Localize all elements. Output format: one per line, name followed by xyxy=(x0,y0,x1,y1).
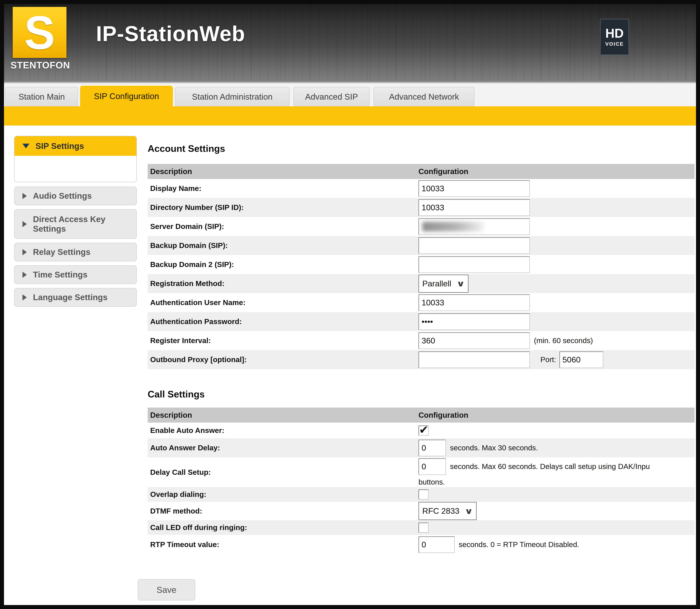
account-settings-title: Account Settings xyxy=(147,143,225,154)
sidebar-item-label: Direct Access Key Settings xyxy=(33,214,129,234)
table-row: Authentication User Name: xyxy=(147,293,695,312)
browser-page: S STENTOFON IP-StationWeb HD VOICE Stati… xyxy=(4,4,696,605)
tab-station-administration[interactable]: Station Administration xyxy=(175,87,290,106)
port-label: Port: xyxy=(540,355,556,364)
sidebar-item-label: Relay Settings xyxy=(33,247,129,257)
field-note: seconds. Max 30 seconds. xyxy=(450,443,538,452)
sidebar-item-label: Audio Settings xyxy=(33,191,129,201)
table-row: RTP Timeout value: seconds. 0 = RTP Time… xyxy=(147,535,695,554)
table-header-row: Description Configuration xyxy=(147,407,695,423)
backup-domain-input[interactable] xyxy=(419,237,530,254)
field-label: Call LED off during ringing: xyxy=(147,523,419,532)
table-row: Outbound Proxy [optional]: Port: xyxy=(147,350,695,369)
overlap-dialing-checkbox[interactable] xyxy=(419,489,428,500)
field-label: Authentication Password: xyxy=(147,317,419,326)
table-row: Auto Answer Delay: seconds. Max 30 secon… xyxy=(147,438,695,457)
select-value: Parallell xyxy=(422,279,451,289)
tab-label: Station Administration xyxy=(192,92,273,102)
accent-bar xyxy=(4,106,696,125)
save-button-label: Save xyxy=(157,585,176,595)
tab-label: Advanced Network xyxy=(389,92,459,102)
delay-call-setup-input[interactable] xyxy=(419,458,446,475)
triangle-right-icon xyxy=(22,272,27,278)
registration-method-select[interactable]: Parallell ∨ xyxy=(419,275,469,293)
triangle-right-icon xyxy=(22,193,27,199)
field-label: DTMF method: xyxy=(147,507,419,515)
page-title: IP-StationWeb xyxy=(96,21,245,46)
sidebar-item-time-settings[interactable]: Time Settings xyxy=(14,265,137,284)
field-label: Auto Answer Delay: xyxy=(147,443,419,452)
select-value: RFC 2833 xyxy=(422,506,459,516)
sidebar-item-label: Time Settings xyxy=(33,270,129,279)
auth-user-name-input[interactable] xyxy=(419,294,530,311)
triangle-right-icon xyxy=(22,221,27,227)
save-button[interactable]: Save xyxy=(138,579,195,601)
column-header-configuration: Configuration xyxy=(419,167,695,176)
enable-auto-answer-checkbox[interactable] xyxy=(419,425,428,436)
server-domain-input[interactable] xyxy=(419,218,530,235)
field-note-line2: buttons. xyxy=(419,478,445,486)
field-note: seconds. Max 60 seconds. Delays call set… xyxy=(450,462,650,471)
tab-sip-configuration[interactable]: SIP Configuration xyxy=(80,86,173,106)
table-row: Register Interval: (min. 60 seconds) xyxy=(147,331,695,350)
table-row: Authentication Password: xyxy=(147,312,695,331)
column-header-description: Description xyxy=(147,167,419,176)
logo-letter: S xyxy=(24,9,55,56)
field-label: Register Interval: xyxy=(147,336,419,345)
table-row: DTMF method: RFC 2833 ∨ xyxy=(147,502,695,520)
redacted-value xyxy=(422,222,484,231)
table-row: Delay Call Setup: seconds. Max 60 second… xyxy=(147,457,695,487)
field-label: Delay Call Setup: xyxy=(147,468,419,476)
table-row: Registration Method: Parallell ∨ xyxy=(147,274,695,293)
outbound-proxy-input[interactable] xyxy=(419,351,530,368)
sidebar-item-direct-access-key-settings[interactable]: Direct Access Key Settings xyxy=(14,209,137,239)
tab-label: SIP Configuration xyxy=(94,91,159,101)
sidebar-item-sip-settings[interactable]: SIP Settings xyxy=(15,136,136,156)
display-name-input[interactable] xyxy=(419,180,530,197)
tab-station-main[interactable]: Station Main xyxy=(5,87,78,106)
call-settings-table: Description Configuration Enable Auto An… xyxy=(147,407,695,554)
field-label: Overlap dialing: xyxy=(147,490,419,499)
backup-domain-2-input[interactable] xyxy=(419,256,530,273)
hd-voice-badge: HD VOICE xyxy=(600,19,629,55)
triangle-right-icon xyxy=(22,294,27,300)
header-divider xyxy=(4,81,696,86)
sidebar-item-label: SIP Settings xyxy=(35,141,84,151)
tab-bar: Station Main SIP Configuration Station A… xyxy=(4,86,696,106)
field-label: Directory Number (SIP ID): xyxy=(147,203,419,212)
dtmf-method-select[interactable]: RFC 2833 ∨ xyxy=(419,502,477,520)
register-interval-input[interactable] xyxy=(419,332,530,349)
sidebar-item-audio-settings[interactable]: Audio Settings xyxy=(14,187,137,205)
auto-answer-delay-input[interactable] xyxy=(419,440,446,456)
auth-password-input[interactable] xyxy=(419,313,530,330)
hd-badge-top: HD xyxy=(605,27,624,40)
table-row: Enable Auto Answer: xyxy=(147,423,695,438)
field-label: Authentication User Name: xyxy=(147,298,419,307)
chevron-down-icon: ∨ xyxy=(465,506,473,516)
page-frame: S STENTOFON IP-StationWeb HD VOICE Stati… xyxy=(0,0,700,609)
table-header-row: Description Configuration xyxy=(147,164,695,179)
sidebar-item-relay-settings[interactable]: Relay Settings xyxy=(14,243,137,261)
field-label: Server Domain (SIP): xyxy=(147,222,419,231)
field-label: Backup Domain 2 (SIP): xyxy=(147,260,419,269)
table-row: Backup Domain (SIP): xyxy=(147,236,695,255)
brand-name: STENTOFON xyxy=(11,60,69,71)
sidebar-item-label: Language Settings xyxy=(33,293,129,302)
field-label: RTP Timeout value: xyxy=(147,540,419,549)
rtp-timeout-input[interactable] xyxy=(419,536,455,553)
tab-advanced-sip[interactable]: Advanced SIP xyxy=(294,87,370,106)
triangle-down-icon xyxy=(22,144,29,149)
field-label: Display Name: xyxy=(147,184,419,193)
directory-number-input[interactable] xyxy=(419,199,530,216)
table-row: Call LED off during ringing: xyxy=(147,520,695,535)
app-header: S STENTOFON IP-StationWeb HD VOICE xyxy=(4,4,696,81)
sidebar-item-language-settings[interactable]: Language Settings xyxy=(14,288,137,307)
outbound-proxy-port-input[interactable] xyxy=(559,351,603,368)
tab-label: Station Main xyxy=(18,92,65,102)
chevron-down-icon: ∨ xyxy=(456,279,465,288)
call-led-off-checkbox[interactable] xyxy=(419,523,428,533)
triangle-right-icon xyxy=(22,249,27,255)
field-label: Outbound Proxy [optional]: xyxy=(147,355,419,364)
field-label: Backup Domain (SIP): xyxy=(147,241,419,250)
tab-advanced-network[interactable]: Advanced Network xyxy=(373,87,474,106)
